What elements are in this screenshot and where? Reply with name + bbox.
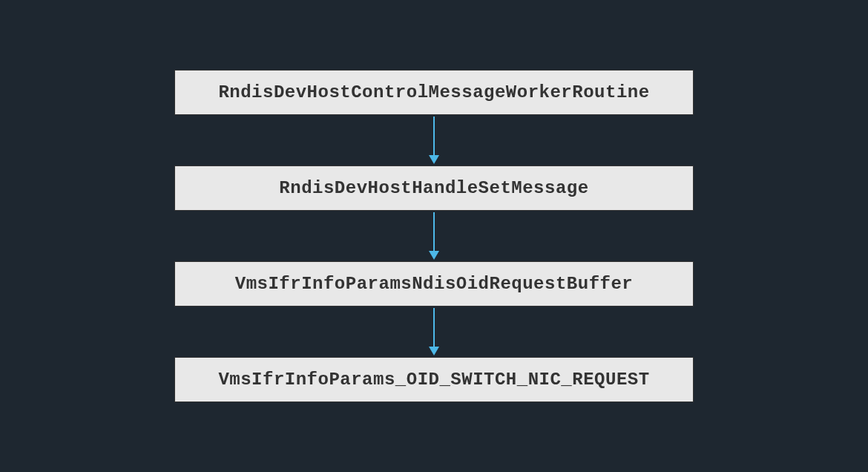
arrow-3 [429,307,439,357]
flow-node-3-label: VmsIfrInfoParamsNdisOidRequestBuffer [235,274,633,294]
arrow-line-icon [433,212,435,251]
flowchart-container: RndisDevHostControlMessageWorkerRoutine … [174,70,694,402]
arrow-line-icon [433,117,435,155]
flow-node-3: VmsIfrInfoParamsNdisOidRequestBuffer [174,261,694,307]
flow-node-1-label: RndisDevHostControlMessageWorkerRoutine [218,82,649,102]
arrow-head-icon [429,155,439,164]
flow-node-1: RndisDevHostControlMessageWorkerRoutine [174,70,694,115]
flow-node-4-label: VmsIfrInfoParams_OID_SWITCH_NIC_REQUEST [218,370,649,390]
arrow-1 [429,115,439,165]
arrow-line-icon [433,308,435,347]
flow-node-2-label: RndisDevHostHandleSetMessage [279,178,588,198]
flow-node-4: VmsIfrInfoParams_OID_SWITCH_NIC_REQUEST [174,357,694,402]
flow-node-2: RndisDevHostHandleSetMessage [174,165,694,211]
arrow-head-icon [429,251,439,260]
arrow-head-icon [429,347,439,355]
arrow-2 [429,211,439,261]
